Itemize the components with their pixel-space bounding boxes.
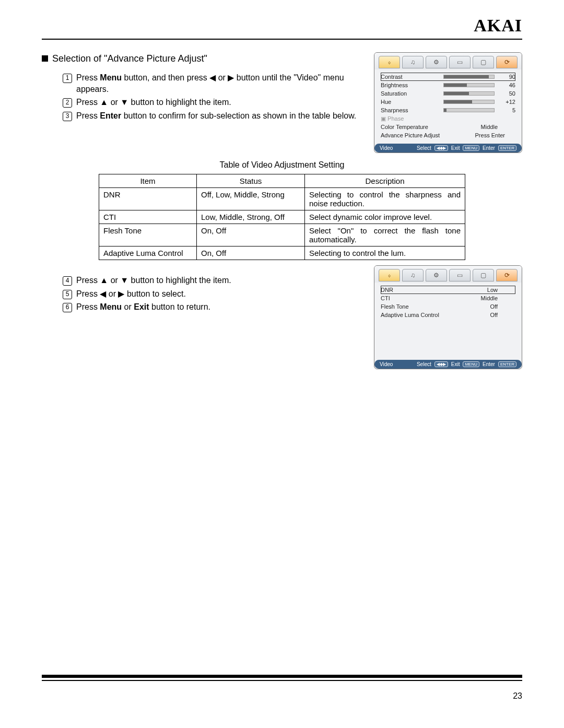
osd-value: Middle	[443, 295, 515, 301]
osd-value: 90	[495, 74, 515, 80]
osd-row-cti: CTI Middle	[381, 294, 515, 302]
slider-bar	[443, 108, 495, 112]
osd-footer-enter: Enter	[483, 145, 495, 151]
osd-value: Low	[443, 287, 515, 293]
osd-label: ▣ Phase	[381, 115, 443, 122]
osd-value: Press Enter	[459, 132, 515, 138]
osd-value: +12	[495, 99, 515, 105]
osd-label: Advance Picture Adjust	[381, 132, 459, 138]
step-number: 2	[63, 98, 72, 108]
slider-bar	[443, 91, 495, 96]
osd-row-hue: Hue +12	[381, 98, 515, 106]
osd-row-dnr: DNR Low	[381, 286, 515, 294]
osd-footer: Video Select ◀◆▶ Exit MENU Enter ENTER	[374, 144, 522, 152]
cell-item: DNR	[99, 188, 197, 210]
step-number: 3	[63, 112, 72, 121]
osd-label: Brightness	[381, 82, 443, 88]
step-2: 2 Press ▲ or ▼ button to highlight the i…	[63, 97, 363, 108]
cell-status: On, Off	[197, 224, 305, 246]
osd-label: Flesh Tone	[381, 303, 443, 310]
osd-row-advance-picture-adjust: Advance Picture Adjust Press Enter	[381, 131, 515, 139]
osd-footer-select: Select	[417, 145, 431, 151]
table-row: Adaptive Luma Control On, Off Selecting …	[99, 246, 465, 260]
osd-tab-icon: ▢	[473, 269, 494, 281]
step-6: 6 Press Menu or Exit button to return.	[63, 301, 363, 313]
th-status: Status	[197, 174, 305, 188]
step-text: Press ▲ or ▼ button to highlight the ite…	[76, 97, 363, 108]
osd-tab-icon: ♫	[402, 269, 424, 281]
slider-bar	[443, 75, 495, 79]
step-1: 1 Press Menu button, and then press ◀ or…	[63, 72, 363, 95]
cell-status: Off, Low, Middle, Strong	[197, 188, 305, 210]
table-header-row: Item Status Description	[99, 174, 465, 188]
osd-value: 46	[495, 82, 515, 88]
osd-value: Middle	[443, 124, 515, 130]
brand-logo: AKAI	[42, 16, 522, 40]
osd-advance-picture-menu: ⬨ ♫ ⚙ ▭ ▢ ⟳ DNR Low CTI Middle	[374, 265, 522, 369]
osd-footer-exit: Exit	[451, 361, 460, 367]
osd-tab-icon: ⟳	[496, 269, 518, 281]
th-item: Item	[99, 174, 197, 188]
cell-desc: Select dynamic color improve level.	[305, 210, 465, 224]
osd-footer-select: Select	[417, 361, 431, 367]
osd-label: CTI	[381, 295, 443, 301]
osd-value: Off	[459, 312, 515, 318]
section-title-text: Selection of "Advance Picture Adjust"	[52, 53, 207, 64]
footer-rule	[42, 675, 522, 681]
osd-row-flesh-tone: Flesh Tone Off	[381, 302, 515, 311]
osd-label: Hue	[381, 99, 443, 105]
cell-desc: Select "On" to correct the flash tone au…	[305, 224, 465, 246]
osd-tab-icon: ⚙	[426, 56, 447, 68]
osd-tab-icon: ⟳	[496, 56, 518, 68]
section-title: Selection of "Advance Picture Adjust"	[42, 52, 363, 65]
cell-status: On, Off	[197, 246, 305, 260]
osd-footer-title: Video	[380, 361, 393, 367]
step-text: Press Enter button to confirm for sub-se…	[76, 110, 363, 122]
step-number: 4	[63, 276, 72, 286]
cell-desc: Selecting to control the sharpness and n…	[305, 188, 465, 210]
step-text: Press ▲ or ▼ button to highlight the ite…	[76, 275, 363, 286]
osd-value: Off	[443, 303, 515, 310]
step-number: 6	[63, 303, 72, 312]
osd-value: 5	[495, 107, 515, 113]
osd-label: Adaptive Luma Control	[381, 312, 459, 318]
osd-row-brightness: Brightness 46	[381, 81, 515, 89]
osd-label: Sharpness	[381, 107, 443, 113]
osd-tab-icon: ♫	[402, 56, 424, 68]
osd-label: Saturation	[381, 90, 443, 97]
table-row: Flesh Tone On, Off Select "On" to correc…	[99, 224, 465, 246]
slider-bar	[443, 100, 495, 104]
cell-item: CTI	[99, 210, 197, 224]
osd-row-phase-disabled: ▣ Phase	[381, 114, 515, 123]
step-5: 5 Press ◀ or ▶ button to select.	[63, 288, 363, 300]
step-3: 3 Press Enter button to confirm for sub-…	[63, 110, 363, 122]
osd-row-contrast: Contrast 90	[381, 73, 515, 81]
osd-tabs: ⬨ ♫ ⚙ ▭ ▢ ⟳	[374, 53, 522, 69]
osd-footer-exit: Exit	[451, 145, 460, 151]
step-text: Press Menu or Exit button to return.	[76, 301, 363, 313]
osd-tab-icon: ▢	[473, 56, 494, 68]
table-row: CTI Low, Middle, Strong, Off Select dyna…	[99, 210, 465, 224]
osd-label: Contrast	[381, 74, 443, 80]
osd-tab-icon: ▭	[449, 56, 471, 68]
arrows-icon: ◀◆▶	[434, 145, 448, 151]
osd-tab-icon: ⬨	[379, 269, 400, 281]
osd-row-adaptive-luma: Adaptive Luma Control Off	[381, 311, 515, 319]
cell-item: Flesh Tone	[99, 224, 197, 246]
menu-badge: MENU	[463, 145, 479, 151]
cell-status: Low, Middle, Strong, Off	[197, 210, 305, 224]
th-description: Description	[305, 174, 465, 188]
enter-badge: ENTER	[498, 361, 516, 367]
osd-tab-icon: ⚙	[426, 269, 447, 281]
step-4: 4 Press ▲ or ▼ button to highlight the i…	[63, 275, 363, 286]
video-adjustment-table: Item Status Description DNR Off, Low, Mi…	[99, 174, 465, 260]
osd-tab-icon: ▭	[449, 269, 471, 281]
step-number: 5	[63, 290, 72, 299]
page-number: 23	[513, 691, 522, 701]
cell-desc: Selecting to control the lum.	[305, 246, 465, 260]
bullet-icon	[42, 55, 48, 62]
osd-footer-title: Video	[380, 145, 393, 151]
table-row: DNR Off, Low, Middle, Strong Selecting t…	[99, 188, 465, 210]
slider-bar	[443, 83, 495, 87]
step-text: Press Menu button, and then press ◀ or ▶…	[76, 72, 363, 95]
